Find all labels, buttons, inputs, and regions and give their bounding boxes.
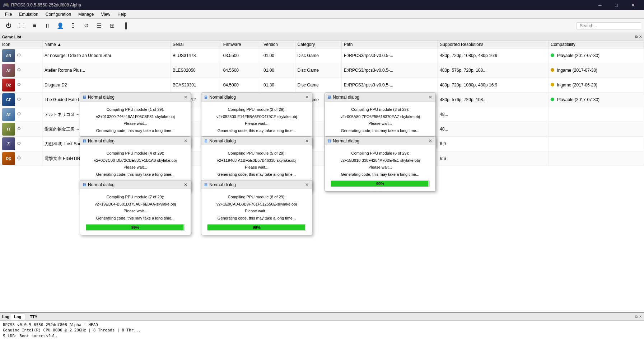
dialog-close-button[interactable]: ✕ [304,94,310,100]
user-button[interactable]: 👤 [55,20,66,32]
menu-configuration[interactable]: Configuration [42,11,75,18]
dialog-icon: 🖥 [204,138,208,143]
game-settings-icon[interactable]: ⚙ [17,126,21,131]
dialog-close-button[interactable]: ✕ [304,182,310,188]
dialog-line1: Compiling PPU module (7 of 29): [86,194,185,201]
game-settings-icon[interactable]: ⚙ [17,111,21,117]
close-button[interactable]: ✕ [625,0,641,10]
cell-serial: BLES02050 [170,63,221,78]
col-resolutions[interactable]: Supported Resolutions [438,41,549,48]
dialog-icon: 🖥 [327,138,331,143]
menu-file[interactable]: File [1,11,15,18]
table-row[interactable]: D2 ⚙ Disgaea D2 BCAS20301 04.5000 01.30 … [0,78,644,93]
panel-close-button[interactable]: ✕ [639,35,642,39]
log-close-button[interactable]: ✕ [639,315,642,319]
cell-path: E:/RPCS3/rpcs3-v0.0.5-... [341,48,438,63]
cell-version: 01.30 [261,78,295,93]
cell-resolutions: 6:9 [438,137,549,151]
minimize-button[interactable]: ─ [592,0,608,10]
game-settings-icon[interactable]: ⚙ [17,155,21,161]
cell-resolutions: 480p, 720p, 1080p, 480p 16:9 [438,48,549,63]
dialog-close-button[interactable]: ✕ [183,138,188,144]
menu-emulation[interactable]: Emulation [15,11,42,18]
game-settings-icon[interactable]: ⚙ [17,141,21,146]
game-settings-icon[interactable]: ⚙ [17,67,21,72]
table-row[interactable]: AR ⚙ Ar nosurge: Ode to an Unborn Star B… [0,48,644,63]
dialog-line2: v2+19ED04-B581D375A0F6E0AA-skylake.obj [86,201,185,208]
menu-manage[interactable]: Manage [75,11,97,18]
dialog-close-button[interactable]: ✕ [428,138,433,144]
panel-float-button[interactable]: ⧉ [635,35,638,39]
dialog-icon: 🖥 [82,182,87,187]
dialog-close-button[interactable]: ✕ [183,94,188,100]
col-name[interactable]: Name ▲ [42,41,170,48]
dialog-line4: Generating code, this may take a long ti… [331,128,430,134]
dialog-progress-bar: 99% [207,224,306,231]
dialog-progress-bar: 99% [331,180,430,187]
dialog-line3: Please wait... [331,164,430,171]
cell-category: Disc Game [295,48,341,63]
power-button[interactable]: ⏻ [3,20,14,32]
pause-button[interactable]: ⏸ [42,20,53,32]
stop-button[interactable]: ■ [29,20,40,32]
col-compatibility[interactable]: Compatibility [549,41,644,48]
app-title: RPCS3 0.0.5-6550-252ddf808 Alpha [11,3,81,8]
dialog-title: Normal dialog [88,138,181,143]
dialog-titlebar: 🖥 Normal dialog ✕ [325,137,435,145]
col-firmware[interactable]: Firmware [221,41,261,48]
game-list-header: Game List ⧉ ✕ [0,33,644,41]
dialog-icon: 🖥 [327,95,331,100]
dialog-dialog-6: 🖥 Normal dialog ✕ Compiling PPU module (… [325,136,436,192]
menu-view[interactable]: View [97,11,114,18]
dialog-progress-text: 99% [86,225,185,230]
fullscreen-button[interactable]: ⛶ [16,20,27,32]
dialog-line4: Generating code, this may take a long ti… [86,215,185,222]
tab-tty[interactable]: TTY [26,314,41,320]
col-icon[interactable]: Icon [0,41,42,48]
cell-icon: GF ⚙ [0,93,42,107]
dialog-close-button[interactable]: ✕ [183,182,188,188]
dialog-line4: Generating code, this may take a long ti… [86,171,185,178]
table-row[interactable]: AT ⚙ Atelier Rorona Plus... BLES02050 04… [0,63,644,78]
search-input[interactable] [580,23,638,28]
screenshot-button[interactable]: ▐ [119,20,131,32]
cell-compat: Ingame (2017-06-29) [549,78,644,93]
audio-button[interactable]: 🎚 [67,20,79,32]
cell-resolutions: 480p, 720p, 1080p, 480p 16:9 [438,78,549,93]
list-view-button[interactable]: ☰ [93,20,105,32]
tab-log[interactable]: Log [10,314,25,320]
refresh-button[interactable]: ↺ [80,20,92,32]
dialog-body: Compiling PPU module (7 of 29): v2+19ED0… [80,189,191,235]
dialog-line2: v2+0D7C00-DB72CBE83CF1B1A0-skylake.obj [86,157,185,164]
game-settings-icon[interactable]: ⚙ [17,52,21,58]
grid-view-button[interactable]: ⊞ [106,20,118,32]
dialog-progress-text: 99% [331,181,429,187]
maximize-button[interactable]: □ [608,0,625,10]
dialog-line3: Please wait... [331,121,430,127]
game-settings-icon[interactable]: ⚙ [17,96,21,102]
cell-compat [549,107,644,122]
cell-resolutions: 480p, 576p, 720p, 108... [438,93,549,107]
dialog-titlebar: 🖥 Normal dialog ✕ [80,93,191,102]
dialog-close-button[interactable]: ✕ [428,94,433,100]
col-path[interactable]: Path [341,41,438,48]
col-version[interactable]: Version [261,41,295,48]
cell-icon: AT ⚙ [0,107,42,122]
dialog-line3: Please wait... [86,208,185,214]
cell-icon: AT ⚙ [0,63,42,78]
dialog-progress-text: 99% [207,225,306,230]
dialog-body: Compiling PPU module (8 of 29): v2+1E0CA… [201,189,312,235]
dialog-icon: 🖥 [204,95,208,100]
dialog-close-button[interactable]: ✕ [304,138,310,144]
dialog-line4: Generating code, this may take a long ti… [331,171,430,178]
log-float-button[interactable]: ⧉ [635,315,638,319]
col-category[interactable]: Category [295,41,341,48]
col-serial[interactable]: Serial [170,41,221,48]
cell-icon: TT ⚙ [0,122,42,137]
game-icon: AT [2,108,15,121]
title-bar-left: 🎮 RPCS3 0.0.5-6550-252ddf808 Alpha [3,2,81,8]
menu-help[interactable]: Help [114,11,130,18]
dialog-progress-bar: 99% [86,224,185,231]
log-panel-title: Log [2,315,9,319]
game-settings-icon[interactable]: ⚙ [17,82,21,87]
